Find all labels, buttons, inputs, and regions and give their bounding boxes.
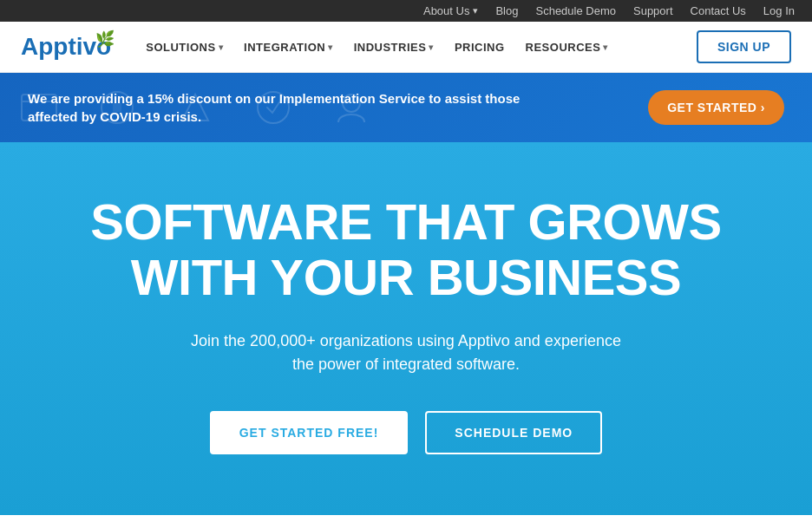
top-bar: About Us Blog Schedule Demo Support Cont… — [0, 0, 812, 22]
logo-link[interactable]: Apptivo 🌿 — [21, 33, 111, 61]
industries-chevron-icon: ▾ — [429, 42, 434, 52]
hero-get-started-button[interactable]: GET STARTED FREE! — [210, 411, 409, 454]
promo-banner: We are providing a 15% discount on our I… — [0, 73, 812, 142]
signup-button[interactable]: SIGN UP — [697, 30, 791, 63]
banner-text: We are providing a 15% discount on our I… — [28, 89, 548, 126]
nav-pricing[interactable]: PRICING — [446, 34, 514, 61]
solutions-chevron-icon: ▾ — [219, 42, 224, 52]
topbar-support-link[interactable]: Support — [633, 4, 673, 17]
hero-subtitle: Join the 200,000+ organizations using Ap… — [180, 330, 632, 376]
topbar-schedule-link[interactable]: Schedule Demo — [535, 4, 616, 17]
topbar-login-link[interactable]: Log In — [763, 4, 795, 17]
nav-links: SOLUTIONS ▾ INTEGRATION ▾ INDUSTRIES ▾ P… — [137, 34, 697, 61]
hero-section: SOFTWARE THAT GROWS WITH YOUR BUSINESS J… — [0, 142, 812, 515]
nav-industries[interactable]: INDUSTRIES ▾ — [345, 34, 442, 61]
resources-chevron-icon: ▾ — [603, 42, 608, 52]
topbar-contact-link[interactable]: Contact Us — [691, 4, 746, 17]
banner-cta-button[interactable]: GET STARTED › — [648, 90, 784, 125]
topbar-about-link[interactable]: About Us — [423, 4, 478, 17]
main-nav: Apptivo 🌿 SOLUTIONS ▾ INTEGRATION ▾ INDU… — [0, 22, 812, 73]
nav-resources[interactable]: RESOURCES ▾ — [517, 34, 617, 61]
topbar-blog-link[interactable]: Blog — [495, 4, 518, 17]
hero-schedule-demo-button[interactable]: SCHEDULE DEMO — [425, 411, 602, 454]
nav-solutions[interactable]: SOLUTIONS ▾ — [137, 34, 232, 61]
integration-chevron-icon: ▾ — [328, 42, 333, 52]
logo-leaf-icon: 🌿 — [95, 29, 115, 49]
logo-text: Apptivo 🌿 — [21, 33, 111, 61]
nav-integration[interactable]: INTEGRATION ▾ — [235, 34, 342, 61]
hero-buttons: GET STARTED FREE! SCHEDULE DEMO — [210, 411, 603, 454]
hero-title: SOFTWARE THAT GROWS WITH YOUR BUSINESS — [35, 194, 777, 305]
